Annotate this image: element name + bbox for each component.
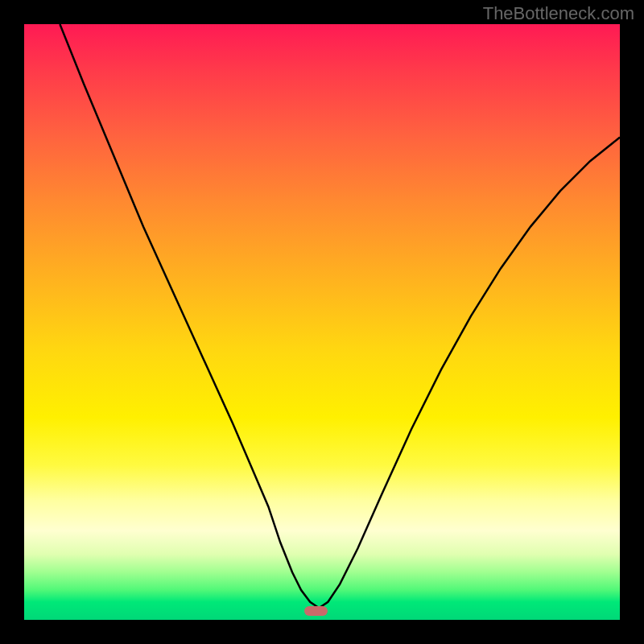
watermark-text: TheBottleneck.com — [483, 3, 634, 24]
optimal-marker — [304, 606, 328, 616]
plot-area — [24, 24, 620, 620]
bottleneck-curve — [24, 24, 620, 620]
